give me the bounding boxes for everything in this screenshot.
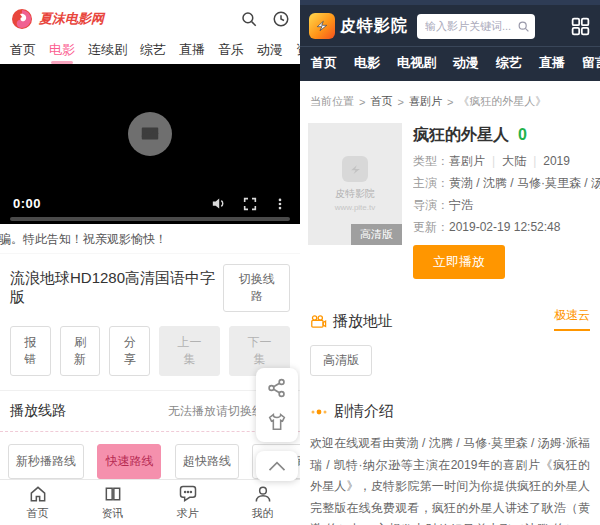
route-button-active[interactable]: 快速路线: [97, 444, 161, 479]
logo-swirl-icon: [10, 7, 34, 31]
bottom-tabbar: 首页 资讯 求片 我的: [0, 479, 300, 525]
nav-item-variety[interactable]: 综艺: [496, 54, 522, 72]
breadcrumb-current: 《疯狂的外星人》: [458, 94, 546, 109]
prev-episode-button[interactable]: 上一集: [159, 326, 220, 376]
screen: 夏沫电影网 首页 电影 连续剧 综艺 直播 音乐 动漫 资讯: [0, 0, 600, 525]
tshirt-icon[interactable]: [266, 411, 288, 433]
tab-home[interactable]: 首页: [0, 480, 75, 525]
left-page: 夏沫电影网 首页 电影 连续剧 综艺 直播 音乐 动漫 资讯: [0, 0, 300, 525]
fullscreen-icon[interactable]: [242, 196, 258, 212]
route-button[interactable]: 新秒播路线: [8, 444, 84, 479]
movie-poster[interactable]: 皮特影院 www.pite.tv 高清版: [308, 123, 402, 245]
intro-title: 剧情介绍: [334, 402, 394, 421]
breadcrumb-comedy[interactable]: 喜剧片: [409, 94, 442, 109]
chevron-up-icon[interactable]: [267, 459, 287, 473]
site-logo[interactable]: 皮特影院: [309, 13, 408, 39]
nav-item-live[interactable]: 直播: [539, 54, 565, 72]
volume-icon[interactable]: [210, 195, 227, 212]
nav-item-variety[interactable]: 综艺: [140, 41, 166, 59]
search-icon[interactable]: [240, 10, 258, 28]
search-icon[interactable]: [517, 20, 530, 33]
site-logo[interactable]: 夏沫电影网: [10, 7, 104, 31]
breadcrumb-home[interactable]: 首页: [370, 94, 392, 109]
episode-hd-button[interactable]: 高清版: [310, 345, 372, 376]
tab-profile[interactable]: 我的: [225, 480, 300, 525]
nav-item-live[interactable]: 直播: [179, 41, 205, 59]
episode-list: 高清版: [300, 331, 600, 376]
poster-watermark-name: 皮特影院: [335, 187, 375, 201]
nav-item-series[interactable]: 连续剧: [88, 41, 127, 59]
meta-actors-value[interactable]: 黄渤 / 沈腾 / 马修·莫里森 / 汤姆·派福瑞: [449, 176, 600, 190]
notice-marquee: 受骗。特此告知！祝亲观影愉快！: [0, 224, 300, 254]
history-icon[interactable]: [272, 10, 290, 28]
play-lines-header: 播放线路 无法播放请切换线路: [0, 391, 300, 431]
search-box: [417, 14, 535, 39]
switch-line-button[interactable]: 切换线路: [223, 264, 290, 312]
nav-item-home[interactable]: 首页: [10, 41, 36, 59]
meta-actors: 主演：黄渤 / 沈腾 / 马修·莫里森 / 汤姆·派福瑞: [413, 172, 600, 194]
meta-director-value[interactable]: 宁浩: [449, 198, 473, 212]
nav-item-movies[interactable]: 电影: [49, 41, 75, 59]
meta-year-value[interactable]: 2019: [543, 154, 570, 168]
player-time: 0:00: [13, 196, 41, 211]
camera-icon: [310, 314, 327, 329]
broken-video-icon: [128, 112, 172, 156]
meta-update: 更新：2019-02-19 12:52:48: [413, 216, 600, 238]
meta-type-value[interactable]: 喜剧片: [449, 154, 485, 168]
profile-icon: [253, 484, 273, 504]
nav-item-anime[interactable]: 动漫: [453, 54, 479, 72]
logo-lightning-icon: [309, 13, 335, 39]
nav-item-home[interactable]: 首页: [311, 54, 337, 72]
video-title: 流浪地球HD1280高清国语中字版: [10, 269, 223, 307]
breadcrumb: 当前位置 > 首页 > 喜剧片 > 《疯狂的外星人》: [300, 81, 600, 115]
poster-watermark-url: www.pite.tv: [335, 203, 375, 212]
movie-title: 疯狂的外星人: [413, 125, 509, 146]
quality-badge: 高清版: [351, 224, 402, 245]
news-icon: [103, 484, 123, 504]
nav-item-tv[interactable]: 电视剧: [397, 54, 436, 72]
site-logo-text: 皮特影院: [340, 16, 408, 37]
movie-info: 疯狂的外星人 0 类型：喜剧片|大陆|2019 主演：黄渤 / 沈腾 / 马修·…: [413, 123, 600, 279]
player-seekbar[interactable]: [10, 217, 290, 221]
more-vert-icon[interactable]: [273, 196, 287, 212]
meta-region-value[interactable]: 大陆: [502, 154, 526, 168]
intro-dots-icon: [310, 407, 328, 417]
movie-score: 0: [518, 126, 527, 144]
tab-request[interactable]: 求片: [150, 480, 225, 525]
nav-item-movies[interactable]: 电影: [354, 54, 380, 72]
action-button-row: 报错 刷新 分享 上一集 下一集: [0, 324, 300, 391]
share-icon[interactable]: [266, 377, 288, 399]
meta-type: 类型：喜剧片|大陆|2019: [413, 150, 600, 172]
home-icon: [28, 484, 48, 504]
nav-item-anime[interactable]: 动漫: [257, 41, 283, 59]
route-button[interactable]: 超快路线: [175, 444, 239, 479]
refresh-button[interactable]: 刷新: [60, 326, 101, 376]
video-title-row: 流浪地球HD1280高清国语中字版 切换线路: [0, 254, 300, 324]
report-error-button[interactable]: 报错: [10, 326, 51, 376]
left-nav: 首页 电影 连续剧 综艺 直播 音乐 动漫 资讯: [0, 38, 300, 62]
nav-item-music[interactable]: 音乐: [218, 41, 244, 59]
movie-detail: 皮特影院 www.pite.tv 高清版 疯狂的外星人 0 类型：喜剧片|大陆|…: [300, 115, 600, 287]
back-to-top-box: [256, 451, 298, 481]
floating-tools-box: [256, 368, 298, 442]
video-player[interactable]: 0:00: [0, 64, 300, 224]
meta-director: 导演：宁浩: [413, 194, 600, 216]
source-tab-jisuyun[interactable]: 极速云: [554, 307, 590, 331]
intro-text: 欢迎在线观看由黄渤 / 沈腾 / 马修·莫里森 / 汤姆·派福瑞 / 凯特·纳尔…: [300, 421, 600, 525]
play-now-button[interactable]: 立即播放: [413, 245, 505, 279]
meta-update-value: 2019-02-19 12:52:48: [449, 220, 560, 234]
left-header: 夏沫电影网: [0, 0, 300, 38]
request-chat-icon: [178, 484, 198, 504]
left-header-icons: [240, 10, 290, 28]
apps-grid-icon[interactable]: [570, 16, 591, 37]
nav-item-message[interactable]: 留言: [582, 54, 600, 72]
intro-header: 剧情介绍: [300, 376, 600, 421]
site-logo-text: 夏沫电影网: [39, 10, 104, 28]
right-page: 皮特影院 首页 电影 电视剧 动漫 综艺 直播 留言 当前位置: [300, 0, 600, 525]
tab-news[interactable]: 资讯: [75, 480, 150, 525]
player-controls: 0:00: [13, 195, 287, 212]
share-button[interactable]: 分享: [109, 326, 150, 376]
notice-text: 受骗。特此告知！祝亲观影愉快！: [0, 231, 167, 248]
play-address-header: 播放地址 极速云: [300, 287, 600, 331]
right-nav: 首页 电影 电视剧 动漫 综艺 直播 留言: [300, 47, 600, 81]
